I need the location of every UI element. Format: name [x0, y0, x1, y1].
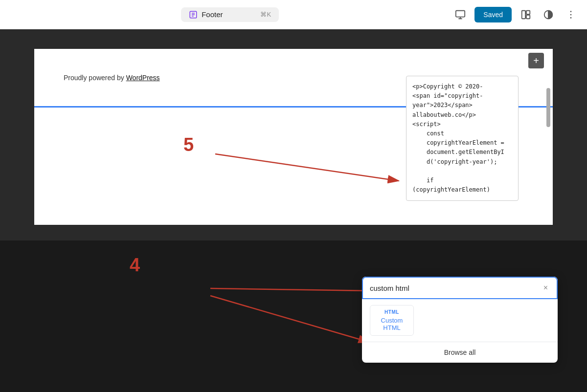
toolbar: Footer ⌘K Saved [0, 0, 587, 29]
footer-text: Proudly powered by WordPress [64, 74, 160, 82]
add-block-button[interactable]: + [528, 53, 544, 68]
scrollbar[interactable] [545, 78, 552, 235]
contrast-button[interactable] [540, 6, 557, 23]
keyboard-shortcut: ⌘K [260, 11, 271, 18]
canvas: Proudly powered by WordPress <p>Copyrigh… [34, 49, 553, 225]
layout-icon [520, 9, 531, 20]
contrast-icon [543, 9, 554, 20]
search-input-row: × [362, 277, 558, 299]
svg-rect-1 [456, 10, 465, 17]
wordpress-link[interactable]: WordPress [126, 74, 160, 82]
search-input[interactable] [370, 284, 542, 292]
code-content: <p>Copyright © 2020- <span id="copyright… [412, 82, 512, 195]
search-results: HTML Custom HTML [362, 299, 558, 342]
result-tag: HTML [384, 309, 399, 315]
more-icon [565, 9, 576, 20]
browse-all-button[interactable]: Browse all [444, 348, 476, 356]
layout-button[interactable] [518, 6, 534, 23]
more-button[interactable] [563, 6, 579, 23]
toolbar-center: Footer ⌘K [8, 7, 452, 22]
result-label: Custom HTML [376, 317, 407, 331]
svg-rect-2 [522, 10, 525, 19]
toolbar-actions: Saved [452, 6, 579, 23]
search-popup: × HTML Custom HTML Browse all [362, 277, 558, 363]
svg-point-6 [570, 11, 572, 12]
svg-rect-4 [526, 15, 530, 18]
scrollbar-thumb[interactable] [546, 88, 550, 127]
browse-all-row: Browse all [362, 342, 558, 363]
monitor-button[interactable] [452, 6, 469, 23]
file-title: Footer [202, 10, 223, 19]
monitor-icon [455, 9, 466, 20]
custom-html-result[interactable]: HTML Custom HTML [370, 305, 414, 336]
saved-button[interactable]: Saved [474, 7, 512, 22]
file-icon [189, 10, 198, 19]
code-popup: <p>Copyright © 2020- <span id="copyright… [406, 76, 519, 201]
file-pill[interactable]: Footer ⌘K [181, 7, 279, 22]
bottom-area: × HTML Custom HTML Browse all [0, 240, 587, 392]
svg-rect-3 [526, 10, 530, 14]
svg-point-7 [570, 14, 572, 15]
svg-point-8 [570, 17, 572, 19]
clear-search-button[interactable]: × [542, 283, 550, 293]
editor-area: Proudly powered by WordPress <p>Copyrigh… [0, 29, 587, 392]
